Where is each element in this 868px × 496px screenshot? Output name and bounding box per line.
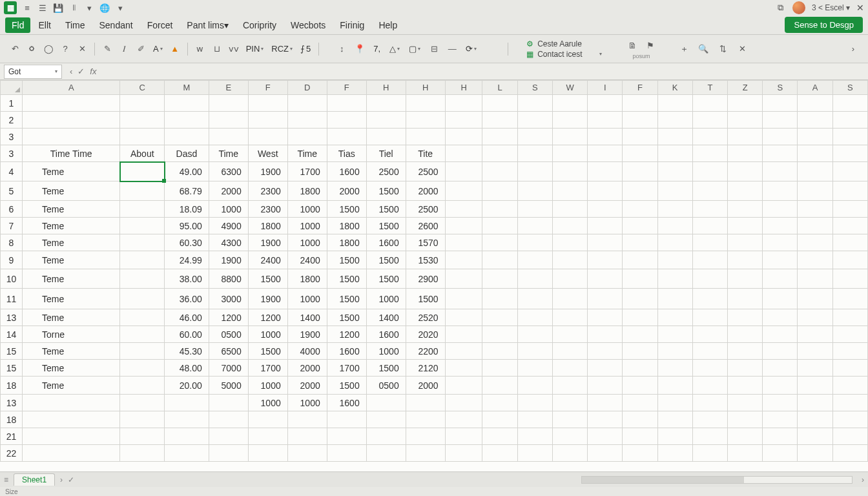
row-header[interactable]: 15: [1, 360, 23, 377]
close-icon[interactable]: ✕: [856, 3, 864, 13]
cell[interactable]: [517, 95, 552, 112]
cell[interactable]: 2400: [287, 251, 327, 269]
cell[interactable]: [692, 377, 727, 395]
row-header[interactable]: 6: [1, 201, 23, 218]
cell[interactable]: 1600: [327, 395, 366, 411]
cell[interactable]: 1000: [287, 201, 327, 218]
cell[interactable]: 2300: [248, 201, 287, 218]
cell[interactable]: 1500: [366, 360, 406, 377]
chevron-down-icon[interactable]: ▾: [84, 3, 94, 13]
cell[interactable]: [798, 411, 832, 428]
cell[interactable]: [657, 234, 692, 251]
cell[interactable]: [763, 145, 798, 162]
cell[interactable]: [120, 112, 165, 129]
cell[interactable]: 1500: [327, 309, 366, 326]
cell[interactable]: [552, 145, 587, 162]
cell[interactable]: [763, 218, 798, 234]
cell[interactable]: [692, 445, 727, 462]
cell[interactable]: [692, 251, 727, 269]
cell[interactable]: [623, 309, 657, 326]
cell[interactable]: [657, 218, 692, 234]
strikethrough-icon[interactable]: ᴠᴠ: [227, 42, 241, 56]
cell[interactable]: [120, 269, 165, 289]
cell[interactable]: [588, 428, 623, 445]
cell[interactable]: [327, 112, 366, 129]
barcode-icon[interactable]: ⦀: [68, 3, 79, 13]
cell[interactable]: 18.09: [165, 201, 209, 218]
italic-icon[interactable]: 𝐼: [117, 42, 131, 56]
cell[interactable]: [588, 181, 623, 201]
cell[interactable]: [728, 428, 763, 445]
cell[interactable]: [763, 289, 798, 309]
cell[interactable]: [552, 269, 587, 289]
cell[interactable]: [623, 201, 657, 218]
cell[interactable]: [445, 377, 482, 395]
cell[interactable]: [248, 95, 287, 112]
pencil-icon[interactable]: ✎: [100, 42, 114, 56]
cell[interactable]: 1000: [366, 343, 406, 360]
oval-icon[interactable]: ◯: [41, 42, 56, 56]
cell[interactable]: 1800: [327, 234, 366, 251]
cell[interactable]: [623, 251, 657, 269]
cell[interactable]: 2400: [248, 251, 287, 269]
cell[interactable]: [287, 112, 327, 129]
cell[interactable]: [798, 251, 832, 269]
col-header[interactable]: L: [482, 81, 517, 95]
cell[interactable]: 45.30: [165, 343, 209, 360]
cell[interactable]: [798, 218, 832, 234]
cell[interactable]: [445, 309, 482, 326]
cell[interactable]: 1400: [287, 309, 327, 326]
cell[interactable]: 2000: [209, 181, 248, 201]
cell[interactable]: 0500: [366, 377, 406, 395]
cell[interactable]: 1800: [327, 218, 366, 234]
cell[interactable]: [552, 343, 587, 360]
cell[interactable]: 1500: [366, 201, 406, 218]
cell[interactable]: [517, 360, 552, 377]
cell[interactable]: 2120: [406, 360, 445, 377]
cell[interactable]: [482, 129, 517, 145]
cell[interactable]: [623, 343, 657, 360]
cell[interactable]: [482, 428, 517, 445]
cell[interactable]: [209, 95, 248, 112]
cell[interactable]: [23, 428, 120, 445]
cell[interactable]: [552, 360, 587, 377]
cell[interactable]: [445, 411, 482, 428]
horizontal-scrollbar[interactable]: [581, 476, 852, 484]
cell[interactable]: [657, 201, 692, 218]
sheet-tab[interactable]: Sheet1: [14, 473, 55, 486]
cell[interactable]: [406, 95, 445, 112]
cell[interactable]: [623, 411, 657, 428]
cell[interactable]: 2000: [327, 181, 366, 201]
cell[interactable]: [209, 395, 248, 411]
cell[interactable]: 4900: [209, 218, 248, 234]
cell[interactable]: [517, 112, 552, 129]
cell[interactable]: [517, 445, 552, 462]
cell[interactable]: [657, 445, 692, 462]
cell[interactable]: [657, 95, 692, 112]
cell[interactable]: [588, 343, 623, 360]
cell[interactable]: [763, 112, 798, 129]
cell[interactable]: [623, 145, 657, 162]
chevron-down-icon[interactable]: ▾: [115, 3, 125, 13]
cell[interactable]: [327, 95, 366, 112]
doc-icon[interactable]: 🗎: [625, 38, 639, 52]
cell[interactable]: [165, 395, 209, 411]
accept-fx-icon[interactable]: ✓: [78, 67, 85, 76]
cell[interactable]: [832, 269, 867, 289]
cell[interactable]: [327, 445, 366, 462]
cell[interactable]: [482, 112, 517, 129]
cell[interactable]: [798, 326, 832, 343]
cell[interactable]: 2300: [248, 181, 287, 201]
cell[interactable]: 4000: [287, 343, 327, 360]
search-icon[interactable]: 🔍: [696, 42, 710, 56]
tab-menu-icon[interactable]: ≡: [4, 475, 8, 484]
cell[interactable]: [120, 289, 165, 309]
row-header[interactable]: 1: [1, 95, 23, 112]
cell[interactable]: [728, 145, 763, 162]
cell[interactable]: [517, 377, 552, 395]
cell[interactable]: 1500: [366, 218, 406, 234]
cell[interactable]: [798, 95, 832, 112]
cell[interactable]: [798, 201, 832, 218]
cell[interactable]: Teme: [23, 218, 120, 234]
cell[interactable]: [517, 326, 552, 343]
